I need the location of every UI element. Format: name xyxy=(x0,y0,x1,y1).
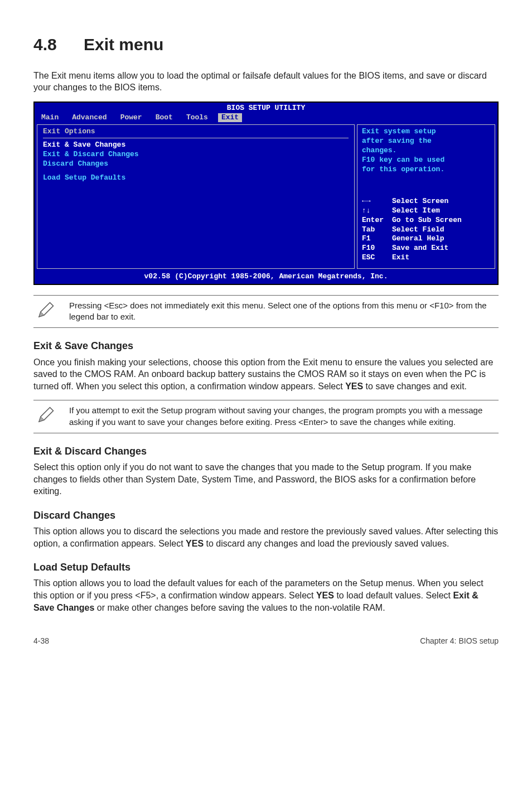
bios-help-line: F10 key can be used xyxy=(362,156,490,165)
text: to load default values. Select xyxy=(334,591,453,600)
note-text: Pressing <Esc> does not immediately exit… xyxy=(69,300,496,323)
key-desc: Select Field xyxy=(392,225,444,235)
bios-help-line: Exit system setup xyxy=(362,127,490,137)
key: F10 xyxy=(362,244,392,253)
bios-key-legend: ←→Select Screen ↑↓Select Item EnterGo to… xyxy=(362,197,490,263)
bold-text: YES xyxy=(186,539,204,548)
key: ESC xyxy=(362,253,392,263)
bios-menu-tools: Tools xyxy=(183,113,218,123)
section-title: Exit menu xyxy=(84,35,163,54)
bios-item-exit-save: Exit & Save Changes xyxy=(43,141,349,150)
bios-menubar: Main Advanced Power Boot Tools Exit xyxy=(35,113,497,125)
bios-menu-boot: Boot xyxy=(152,113,183,123)
key: Tab xyxy=(362,225,392,235)
paragraph: Once you finish making your selections, … xyxy=(33,356,499,393)
bios-right-pane: Exit system setup after saving the chang… xyxy=(357,124,495,269)
bios-divider xyxy=(43,138,349,138)
key: ↑↓ xyxy=(362,206,392,216)
bold-text: YES xyxy=(316,591,334,600)
bios-help-line: changes. xyxy=(362,146,490,156)
key-desc: Exit xyxy=(392,253,409,263)
bios-screenshot: BIOS SETUP UTILITY Main Advanced Power B… xyxy=(33,102,499,285)
text: or make other changes before saving the … xyxy=(94,603,385,612)
bios-menu-exit: Exit xyxy=(218,113,242,123)
text: to save changes and exit. xyxy=(363,381,467,391)
key-desc: Save and Exit xyxy=(392,244,448,253)
subheading-discard: Discard Changes xyxy=(33,509,499,522)
note-text: If you attempt to exit the Setup program… xyxy=(69,405,496,428)
section-heading: 4.8Exit menu xyxy=(33,33,499,56)
key: ←→ xyxy=(362,197,392,206)
note-block: If you attempt to exit the Setup program… xyxy=(33,400,499,433)
bold-text: YES xyxy=(345,381,363,391)
key: F1 xyxy=(362,234,392,244)
chapter-label: Chapter 4: BIOS setup xyxy=(420,636,499,646)
paragraph: Select this option only if you do not wa… xyxy=(33,461,499,497)
bios-menu-advanced: Advanced xyxy=(69,113,117,123)
page-footer: 4-38 Chapter 4: BIOS setup xyxy=(33,636,499,646)
note-block: Pressing <Esc> does not immediately exit… xyxy=(33,295,499,328)
key-desc: Select Screen xyxy=(392,197,448,206)
bios-item-discard: Discard Changes xyxy=(43,160,349,169)
bios-left-pane: Exit Options Exit & Save Changes Exit & … xyxy=(37,124,355,269)
paragraph: This option allows you to load the defau… xyxy=(33,577,499,613)
pencil-icon xyxy=(36,405,56,428)
key-desc: Go to Sub Screen xyxy=(392,216,462,225)
bios-item-exit-discard: Exit & Discard Changes xyxy=(43,150,349,160)
paragraph: This option allows you to discard the se… xyxy=(33,525,499,549)
key-desc: Select Item xyxy=(392,206,440,216)
text: to discard any changes and load the prev… xyxy=(204,539,449,548)
bios-title: BIOS SETUP UTILITY xyxy=(35,103,497,113)
bios-item-load-defaults: Load Setup Defaults xyxy=(43,173,349,183)
bios-help-line: for this operation. xyxy=(362,165,490,175)
bios-options-title: Exit Options xyxy=(43,127,349,137)
pencil-icon xyxy=(36,300,56,323)
bios-footer: v02.58 (C)Copyright 1985-2006, American … xyxy=(35,271,497,284)
bios-help-text: Exit system setup after saving the chang… xyxy=(362,127,490,174)
page-number: 4-38 xyxy=(33,636,49,646)
key-desc: General Help xyxy=(392,234,444,244)
key: Enter xyxy=(362,216,392,225)
bios-menu-power: Power xyxy=(117,113,152,123)
subheading-load-defaults: Load Setup Defaults xyxy=(33,561,499,574)
subheading-exit-discard: Exit & Discard Changes xyxy=(33,445,499,458)
section-number: 4.8 xyxy=(33,33,84,56)
bios-help-line: after saving the xyxy=(362,137,490,146)
bios-menu-main: Main xyxy=(38,113,69,123)
intro-paragraph: The Exit menu items allow you to load th… xyxy=(33,70,499,94)
subheading-exit-save: Exit & Save Changes xyxy=(33,339,499,352)
